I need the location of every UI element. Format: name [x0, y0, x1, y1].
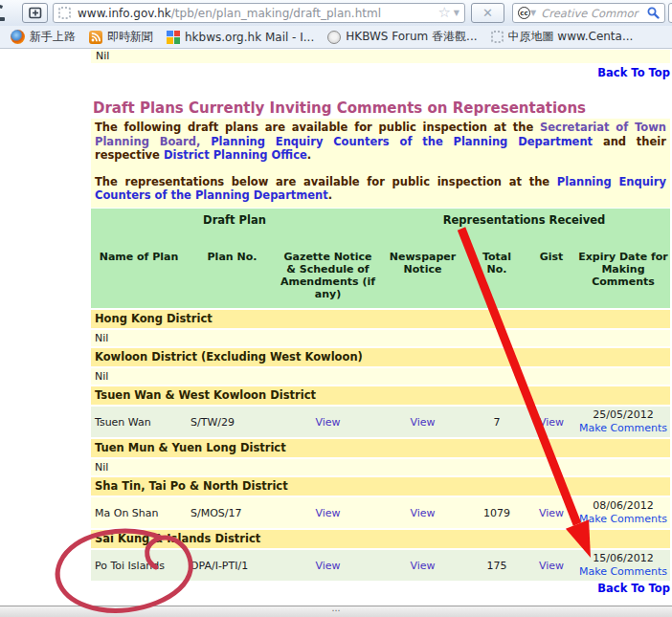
navigation-toolbar: www.info.gov.hk/tpb/en/plan_making/draft…	[0, 0, 672, 26]
browser-window: www.info.gov.hk/tpb/en/plan_making/draft…	[0, 0, 672, 617]
gist-view-link[interactable]: View	[526, 560, 576, 572]
placeholder-icon	[491, 31, 504, 43]
plan-name-cell: Ma On Shan	[91, 507, 187, 519]
rss-icon	[89, 31, 102, 44]
newspaper-view-link[interactable]: View	[378, 560, 467, 572]
gist-view-link[interactable]: View	[526, 416, 576, 429]
group-header-representations: Representations Received	[378, 213, 670, 227]
clipped-toolbar-button	[668, 3, 672, 23]
nil-row: Nil	[91, 368, 670, 385]
expiry-date: 08/06/2012	[576, 499, 670, 513]
star-dropdown-icon[interactable]: ▼	[454, 10, 459, 17]
bookmark-item-hkbws-forum[interactable]: HKBWS Forum 香港觀...	[321, 28, 483, 47]
total-no-cell: 7	[467, 416, 526, 429]
nil-row: Nil	[91, 330, 670, 346]
make-comments-link[interactable]: Make Comments	[576, 513, 670, 526]
paragraph-representations: The representations below are available …	[95, 175, 666, 203]
table-row: Ma On ShanS/MOS/17ViewView1079View08/06/…	[91, 497, 670, 528]
search-box[interactable]: cc ▼ Creative Commor	[512, 3, 665, 23]
bookmarks-toolbar: 新手上路 即時新聞 hkbws.org.hk Mail - I... HKBWS…	[0, 26, 672, 49]
column-header-gist: Gist	[526, 251, 576, 300]
url-text: www.info.gov.hk/tpb/en/plan_making/draft…	[78, 7, 381, 20]
bookmark-item-getting-started[interactable]: 新手上路	[4, 28, 82, 47]
expiry-cell: 15/06/2012Make Comments	[576, 552, 670, 579]
column-header-plan-no: Plan No.	[187, 251, 278, 300]
nil-row: Nil	[91, 459, 670, 475]
column-header-newspaper-notice: Newspaper Notice	[378, 251, 467, 300]
newspaper-view-link[interactable]: View	[378, 416, 467, 429]
draft-plans-table: Draft Plan Representations Received Name…	[91, 209, 670, 581]
default-favicon-icon	[58, 7, 71, 19]
grippy-icon: ⋯	[332, 606, 341, 615]
expiry-cell: 25/05/2012Make Comments	[576, 408, 670, 435]
plan-name-cell: Tsuen Wan	[91, 416, 187, 429]
page-title: Draft Plans Currently Inviting Comments …	[93, 99, 667, 117]
url-bar[interactable]: www.info.gov.hk/tpb/en/plan_making/draft…	[53, 3, 465, 23]
make-comments-link[interactable]: Make Comments	[576, 422, 670, 435]
emblem-icon	[327, 31, 341, 44]
gazette-view-link[interactable]: View	[278, 507, 378, 519]
newspaper-view-link[interactable]: View	[378, 507, 467, 519]
firefox-icon	[11, 30, 25, 44]
total-no-cell: 175	[467, 560, 526, 572]
plan-name-cell: Po Toi Islands	[91, 560, 187, 572]
creative-commons-icon: cc	[518, 7, 530, 19]
bookmark-page-button[interactable]	[22, 3, 48, 23]
column-header-total-no: Total No.	[467, 251, 526, 300]
expiry-date: 15/06/2012	[576, 552, 670, 565]
table-row: Po Toi IslandsDPA/I-PTI/1ViewView175View…	[91, 550, 670, 581]
status-bar: ⋯	[0, 606, 672, 617]
table-row: Tsuen WanS/TW/29ViewView7View25/05/2012M…	[91, 407, 670, 437]
bookmark-item-hkbws-mail[interactable]: hkbws.org.hk Mail - I...	[160, 28, 321, 47]
district-header-row: Hong Kong District	[91, 310, 670, 328]
group-header-draft-plan: Draft Plan	[91, 213, 378, 227]
district-header-row: Tsuen Wan & West Kowloon District	[91, 386, 670, 405]
district-header-row: Sha Tin, Tai Po & North District	[91, 477, 670, 496]
district-header-row: Sai Kung & Islands District	[91, 530, 670, 548]
intro-paragraphs: The following draft plans are available …	[91, 119, 670, 208]
gist-view-link[interactable]: View	[526, 507, 576, 519]
plan-no-cell: S/MOS/17	[187, 507, 278, 519]
gazette-view-link[interactable]: View	[278, 560, 378, 572]
page-content: Nil Back To Top Draft Plans Currently In…	[0, 49, 672, 606]
total-no-cell: 1079	[467, 507, 526, 519]
paragraph-draft-plans: The following draft plans are available …	[95, 121, 666, 163]
window-plus-icon	[29, 7, 42, 19]
column-header-expiry-date: Expiry Date for Making Comments	[576, 251, 670, 300]
bookmark-star-icon[interactable]: ☆	[437, 6, 450, 20]
column-header-name-of-plan: Name of Plan	[91, 251, 187, 300]
bookmark-item-latest-news[interactable]: 即時新聞	[82, 28, 160, 47]
search-icon[interactable]	[647, 7, 660, 19]
expiry-date: 25/05/2012	[576, 408, 670, 422]
table-header: Draft Plan Representations Received Name…	[91, 209, 670, 308]
search-engine-dropdown-icon[interactable]: ▼	[530, 10, 536, 17]
google-icon	[167, 31, 180, 44]
nil-strip: Nil	[91, 50, 670, 63]
back-to-top-link-top[interactable]: Back To Top	[91, 66, 670, 79]
table-body: Hong Kong DistrictNilKowloon District (E…	[91, 310, 670, 581]
back-to-top-link-bottom[interactable]: Back To Top	[91, 582, 670, 595]
search-input[interactable]: Creative Commor	[541, 7, 647, 20]
plan-no-cell: S/TW/29	[187, 416, 278, 429]
plan-no-cell: DPA/I-PTI/1	[187, 560, 278, 572]
column-header-gazette-notice: Gazette Notice & Schedule of Amendments …	[278, 251, 378, 300]
make-comments-link[interactable]: Make Comments	[576, 565, 670, 579]
clipped-toolbar-icon[interactable]	[0, 2, 8, 23]
stop-button[interactable]: ✕	[471, 3, 504, 23]
gazette-view-link[interactable]: View	[278, 416, 378, 429]
bookmark-item-centamap[interactable]: 中原地圖 www.Centa...	[484, 28, 640, 47]
district-header-row: Kowloon District (Excluding West Kowloon…	[91, 348, 670, 366]
district-planning-office-link[interactable]: District Planning Office	[164, 148, 307, 162]
enquiry-counters-link[interactable]: Planning Enquiry Counters of the Plannin…	[211, 135, 593, 148]
expiry-cell: 08/06/2012Make Comments	[576, 499, 670, 526]
district-header-row: Tuen Mun & Yuen Long District	[91, 439, 670, 457]
